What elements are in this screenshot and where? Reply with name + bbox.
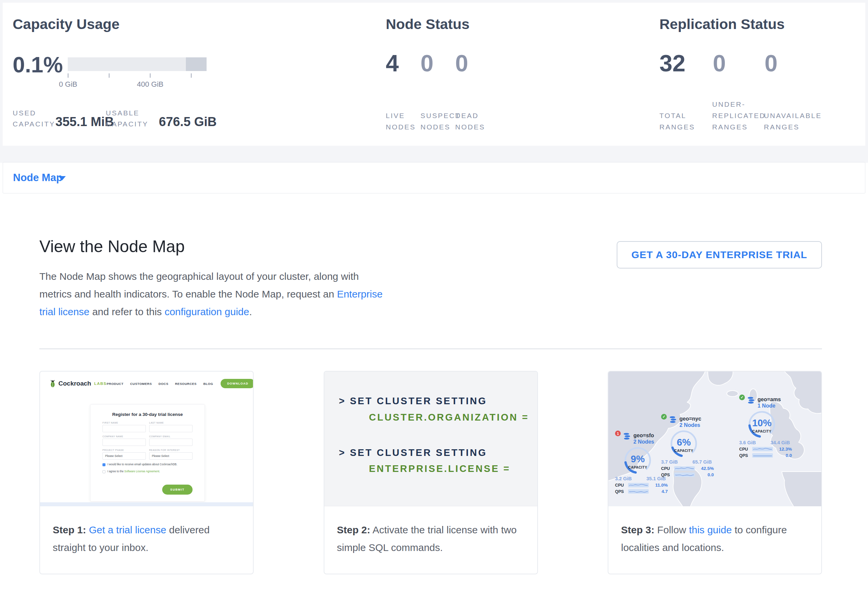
node-status-section: Node Status 4 0 0 LIVE NODES SUSPECT NOD… xyxy=(386,3,573,146)
download-button[interactable]: DOWNLOAD xyxy=(221,379,254,388)
form-fields: FIRST NAME LAST NAME COMPANY NAME COMPAN… xyxy=(102,422,193,460)
intro-line-1: The Node Map shows the geographical layo… xyxy=(39,268,382,285)
cluster-node-count: 1 Node xyxy=(757,403,781,409)
section-divider xyxy=(39,349,822,349)
nav-customers[interactable]: CUSTOMERS xyxy=(130,382,152,386)
last-name-input[interactable] xyxy=(149,425,193,432)
total-gib: 65.7 GiB xyxy=(692,459,712,465)
used-gib: 3.7 GiB xyxy=(661,459,678,465)
configuration-guide-link[interactable]: configuration guide xyxy=(164,306,249,317)
capacity-gauge: 6% CAPACITY xyxy=(666,429,701,459)
cpu-row: CPU 42.5% xyxy=(661,466,714,471)
capacity-usage-title: Capacity Usage xyxy=(13,16,120,32)
sql-commands-panel: > SET CLUSTER SETTING CLUSTER.ORGANIZATI… xyxy=(324,372,537,506)
capacity-percent: 0.1% xyxy=(13,52,63,77)
step2-card: > SET CLUSTER SETTING CLUSTER.ORGANIZATI… xyxy=(324,371,538,574)
mini-site-nav: PRODUCT CUSTOMERS DOCS RESOURCES BLOG xyxy=(107,382,213,386)
capacity-gauge: 9% CAPACITY xyxy=(620,446,655,475)
replication-status-title: Replication Status xyxy=(660,16,785,32)
first-name-label: FIRST NAME xyxy=(102,422,146,424)
trial-license-form: Register for a 30-day trial license FIRS… xyxy=(90,404,205,502)
last-name-field: LAST NAME xyxy=(149,422,193,432)
cluster-nyc: ✓ geo=nyc 2 Nodes xyxy=(661,416,718,477)
nav-blog[interactable]: BLOG xyxy=(203,382,213,386)
unavailable-ranges-count: 0 xyxy=(765,50,778,77)
submit-button[interactable]: SUBMIT xyxy=(162,485,193,494)
capacity-caption: CAPACITY xyxy=(666,449,701,453)
get-enterprise-trial-button[interactable]: GET A 30-DAY ENTERPRISE TRIAL xyxy=(617,241,822,268)
project-phase-field: PROJECT PHASE Please Select xyxy=(102,449,146,460)
capacity-range: 3.2 GiB 35.1 GiB xyxy=(615,476,666,481)
chevron-down-icon xyxy=(58,176,66,180)
qps-sparkline xyxy=(752,453,773,458)
cluster-summary-panel: Capacity Usage 0.1% 0 GiB 400 GiB USED C… xyxy=(3,3,865,146)
cluster-ams-header: ✓ geo=ams 1 Node xyxy=(739,396,796,409)
onboarding-steps: Cockroach LABS PRODUCT CUSTOMERS DOCS RE… xyxy=(39,371,822,574)
suspect-nodes-count: 0 xyxy=(421,50,434,77)
enterprise-trial-license-link[interactable]: trial license xyxy=(39,306,89,317)
capacity-gauge: 10% CAPACITY xyxy=(744,410,779,439)
cluster-name: geo=ams xyxy=(757,396,781,403)
capacity-caption: CAPACITY xyxy=(620,465,655,469)
sql-line-4: ENTERPRISE.LICENSE = xyxy=(369,463,511,474)
used-capacity-value: 355.1 MiB xyxy=(55,115,114,129)
error-badge: 1 xyxy=(615,431,621,436)
get-trial-license-link[interactable]: Get a trial license xyxy=(89,524,166,535)
capacity-bar-unusable-segment xyxy=(186,57,207,71)
nav-resources[interactable]: RESOURCES xyxy=(175,382,196,386)
dead-nodes-count: 0 xyxy=(455,50,468,77)
mini-site-header: Cockroach LABS PRODUCT CUSTOMERS DOCS RE… xyxy=(49,378,245,390)
capacity-percent: 6% xyxy=(666,437,701,448)
cluster-name: geo=sfo xyxy=(633,432,654,438)
cpu-row: CPU 12.3% xyxy=(739,447,792,452)
used-capacity-label: USED CAPACITY xyxy=(13,107,59,129)
cpu-sparkline xyxy=(674,466,695,471)
company-name-input[interactable] xyxy=(102,438,146,446)
project-phase-select[interactable]: Please Select xyxy=(102,452,146,460)
node-status-title: Node Status xyxy=(386,16,469,32)
license-agreement-checkbox[interactable] xyxy=(102,470,105,473)
enterprise-trial-license-link[interactable]: Enterprise xyxy=(337,288,383,300)
cpu-sparkline xyxy=(752,447,773,451)
this-guide-link[interactable]: this guide xyxy=(689,524,732,535)
capacity-caption: CAPACITY xyxy=(744,429,779,433)
unavailable-ranges-label: UNAVAILABLE RANGES xyxy=(764,96,821,133)
reason-field: REASON FOR INTEREST Please Select xyxy=(149,449,193,460)
node-map-dropdown[interactable]: Node Map xyxy=(3,162,83,193)
company-email-field: COMPANY EMAIL xyxy=(149,435,193,446)
first-name-input[interactable] xyxy=(102,425,146,432)
capacity-percent: 9% xyxy=(620,453,655,465)
dead-nodes-label: DEAD NODES xyxy=(455,96,487,133)
registration-screenshot: Cockroach LABS PRODUCT CUSTOMERS DOCS RE… xyxy=(40,372,253,506)
capacity-axis-tick xyxy=(109,74,109,78)
company-name-field: COMPANY NAME xyxy=(102,435,146,446)
company-email-label: COMPANY EMAIL xyxy=(149,435,193,438)
qps-row: QPS 0.0 xyxy=(661,472,714,477)
license-agreement-row: I agree to the Software License Agreemen… xyxy=(102,470,193,474)
qps-row: QPS 0.0 xyxy=(739,453,792,458)
database-stack-icon xyxy=(623,432,632,440)
capacity-percent: 10% xyxy=(744,418,779,428)
capacity-axis-tick xyxy=(68,74,68,78)
reason-select[interactable]: Please Select xyxy=(149,452,193,460)
intro-line-3: trial license and refer to this configur… xyxy=(39,303,382,321)
usable-capacity-label: USABLE CAPACITY xyxy=(106,107,152,129)
database-stack-icon xyxy=(669,416,678,424)
total-gib: 34.4 GiB xyxy=(771,440,790,445)
logo-labs-text: LABS xyxy=(94,381,106,386)
capacity-axis-tick xyxy=(191,74,192,78)
nav-docs[interactable]: DOCS xyxy=(158,382,168,386)
capacity-range: 3.7 GiB 65.7 GiB xyxy=(661,459,712,465)
email-updates-checkbox[interactable] xyxy=(102,463,105,466)
total-ranges-count: 32 xyxy=(660,50,685,77)
software-license-agreement-link[interactable]: Software License Agreement. xyxy=(124,470,160,473)
company-email-input[interactable] xyxy=(149,438,193,446)
capacity-axis-label-400: 400 GiB xyxy=(137,80,164,89)
nav-product[interactable]: PRODUCT xyxy=(107,382,124,386)
intro-line-2: metrics and health indicators. To enable… xyxy=(39,285,382,303)
sql-line-1: > SET CLUSTER SETTING xyxy=(339,396,487,406)
capacity-range: 3.6 GiB 34.4 GiB xyxy=(739,440,790,445)
cockroach-labs-logo: Cockroach LABS xyxy=(49,379,107,388)
qps-sparkline xyxy=(628,489,649,494)
sql-line-2: CLUSTER.ORGANIZATION = xyxy=(369,412,529,423)
